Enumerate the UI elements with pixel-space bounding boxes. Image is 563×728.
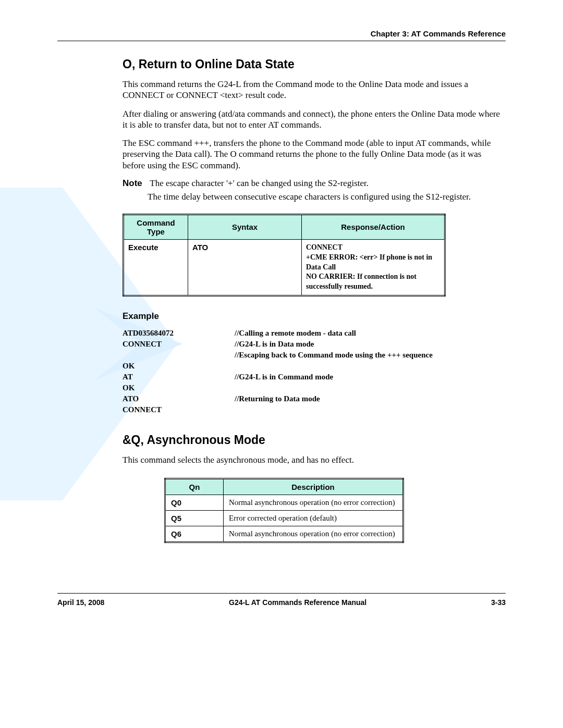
qn-d5: Error corrected operation (default) [224, 511, 403, 526]
qn-q6: Q6 [165, 526, 224, 542]
ex-c2: //Returning to Data mode [235, 393, 433, 404]
section1-title: O, Return to Online Data State [123, 57, 506, 71]
resp-line2: +CME ERROR: <err> If phone is not in Dat… [306, 253, 440, 273]
ex-c1 [123, 350, 235, 361]
example-row: CONNECT [123, 404, 433, 415]
table-row: Execute ATO CONNECT +CME ERROR: <err> If… [124, 239, 445, 295]
example-table: ATD035684072//Calling a remote modem - d… [123, 328, 433, 415]
section1-p3: The ESC command +++, transfers the phone… [123, 138, 506, 171]
note-line1: The escape character '+' can be changed … [150, 178, 494, 189]
example-row: ATO//Returning to Data mode [123, 393, 433, 404]
ex-c2 [235, 382, 433, 393]
example-row: CONNECT//G24-L is in Data mode [123, 339, 433, 350]
running-head: Chapter 3: AT Commands Reference [371, 29, 506, 38]
qn-table: Qn Description Q0 Normal asynchronous op… [164, 478, 404, 543]
cmd-execute-cell: Execute [124, 239, 188, 295]
ex-c1: AT [123, 372, 235, 382]
ex-c1: OK [123, 361, 235, 372]
ex-c1: CONNECT [123, 404, 235, 415]
example-row: ATD035684072//Calling a remote modem - d… [123, 328, 433, 339]
section1-p2: After dialing or answering (atd/ata comm… [123, 108, 506, 131]
qn-th-qn: Qn [165, 479, 224, 495]
note-line2: The time delay between consecutive escap… [148, 192, 492, 202]
section2-p1: This command selects the asynchronous mo… [123, 454, 506, 465]
ex-c1: CONNECT [123, 339, 235, 350]
cmd-response-cell: CONNECT +CME ERROR: <err> If phone is no… [302, 239, 445, 295]
ex-c1: ATD035684072 [123, 328, 235, 339]
cmd-syntax-text: ATO [192, 243, 208, 252]
example-row: OK [123, 361, 433, 372]
qn-d6: Normal asynchronous operation (no error … [224, 526, 403, 542]
example-row: AT//G24-L is in Command mode [123, 372, 433, 382]
cmd-th-type: Command Type [124, 214, 188, 239]
qn-d0: Normal asynchronous operation (no error … [224, 495, 403, 511]
footer-rule [57, 593, 506, 594]
cmd-th-response: Response/Action [302, 214, 445, 239]
table-row: Q6 Normal asynchronous operation (no err… [165, 526, 403, 542]
table-row: Q0 Normal asynchronous operation (no err… [165, 495, 403, 511]
qn-th-desc: Description [224, 479, 403, 495]
note-block: Note The escape character '+' can be cha… [123, 178, 506, 202]
section1-p1: This command returns the G24-L from the … [123, 79, 506, 101]
example-row: OK [123, 382, 433, 393]
cmd-syntax-cell: ATO [188, 239, 302, 295]
note-label: Note [123, 178, 148, 189]
footer: April 15, 2008 G24-L AT Commands Referen… [57, 598, 506, 607]
command-table: Command Type Syntax Response/Action Exec… [123, 214, 446, 297]
resp-line3: NO CARRIER: If connection is not success… [306, 272, 440, 292]
section2-title: &Q, Asynchronous Mode [123, 433, 506, 447]
ex-c2: //G24-L is in Data mode [235, 339, 433, 350]
ex-c1: ATO [123, 393, 235, 404]
resp-line1: CONNECT [306, 243, 440, 253]
example-row: //Escaping back to Command mode using th… [123, 350, 433, 361]
ex-c2 [235, 404, 433, 415]
table-row: Q5 Error corrected operation (default) [165, 511, 403, 526]
header-rule [57, 41, 506, 41]
cmd-th-syntax: Syntax [188, 214, 302, 239]
footer-title: G24-L AT Commands Reference Manual [104, 598, 491, 607]
ex-c2 [235, 361, 433, 372]
qn-q5: Q5 [165, 511, 224, 526]
ex-c2: //Escaping back to Command mode using th… [235, 350, 433, 361]
qn-q0: Q0 [165, 495, 224, 511]
ex-c2: //G24-L is in Command mode [235, 372, 433, 382]
ex-c1: OK [123, 382, 235, 393]
footer-date: April 15, 2008 [57, 598, 104, 607]
example-heading: Example [123, 311, 506, 322]
ex-c2: //Calling a remote modem - data call [235, 328, 433, 339]
footer-page: 3-33 [491, 598, 506, 607]
